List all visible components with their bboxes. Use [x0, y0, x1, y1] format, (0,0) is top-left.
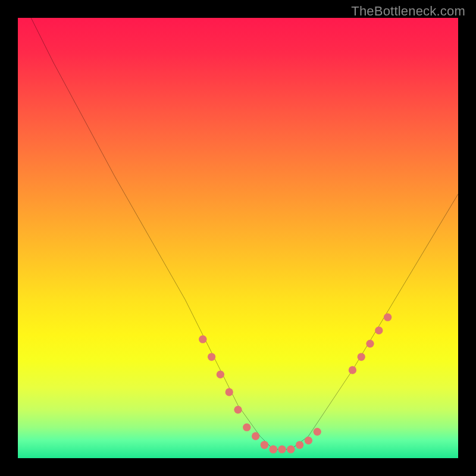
dot-marker [226, 388, 233, 396]
dot-marker [278, 446, 286, 453]
watermark-text: TheBottleneck.com [351, 4, 465, 19]
curve-group [31, 18, 458, 453]
dot-marker [261, 441, 268, 449]
dot-marker [270, 446, 277, 453]
curve-path [31, 18, 458, 449]
chart-svg [18, 18, 458, 458]
dot-marker [261, 441, 268, 449]
dot-marker [252, 432, 259, 440]
dot-marker [296, 441, 303, 449]
dot-marker [243, 424, 250, 431]
dot-marker [199, 336, 206, 343]
dot-marker [349, 366, 356, 374]
dot-marker [270, 446, 277, 453]
plot-area [18, 18, 458, 458]
dot-marker [217, 371, 224, 378]
dot-marker [287, 446, 295, 453]
dot-marker [366, 340, 374, 347]
dot-marker [384, 314, 392, 321]
chart-container: TheBottleneck.com [0, 0, 476, 476]
dot-marker [314, 428, 321, 436]
dot-marker [234, 406, 242, 414]
dot-marker [358, 353, 365, 361]
dot-marker [375, 327, 383, 334]
dot-marker [305, 437, 312, 444]
dot-marker [208, 353, 215, 361]
